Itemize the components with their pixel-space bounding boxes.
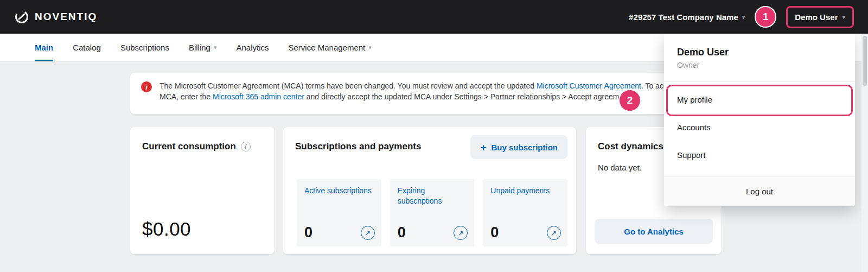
unpaid-payments-tile[interactable]: Unpaid payments 0 ↗	[483, 179, 567, 246]
scrollbar	[861, 34, 868, 272]
logo-text: NOVENTIQ	[35, 11, 97, 23]
menu-item-accounts[interactable]: Accounts	[664, 113, 855, 141]
dropdown-divider	[664, 81, 855, 82]
cost-dynamics-title: Cost dynamics	[598, 141, 663, 152]
app-frame: NOVENTIQ #29257 Test Company Name ▾ 1 De…	[0, 0, 868, 272]
buy-subscription-button[interactable]: + Buy subscription	[470, 135, 567, 159]
mca-agreement-link[interactable]: Microsoft Customer Agreement	[537, 81, 641, 90]
tile-label: Expiring subscriptions	[398, 186, 467, 206]
cost-empty-text: No data yet.	[598, 163, 642, 172]
nav-item-main[interactable]: Main	[35, 34, 53, 61]
plus-icon: +	[480, 142, 486, 153]
current-consumption-card: Current consumption i $0.00	[130, 127, 275, 254]
user-dropdown-menu: Demo User Owner My profile Accounts Supp…	[664, 34, 855, 206]
info-icon[interactable]: i	[241, 142, 251, 151]
tile-label: Active subscriptions	[304, 186, 374, 196]
chevron-down-icon: ▾	[214, 45, 217, 50]
noventiq-logo-icon	[14, 9, 29, 24]
open-arrow-icon[interactable]: ↗	[454, 226, 468, 240]
active-subscriptions-tile[interactable]: Active subscriptions 0 ↗	[297, 179, 381, 246]
noventiq-logo: NOVENTIQ	[14, 9, 97, 24]
user-menu-button[interactable]: Demo User ▾	[786, 6, 854, 28]
dropdown-user-name: Demo User	[677, 47, 729, 58]
tile-label: Unpaid payments	[490, 186, 560, 196]
tile-value: 0	[490, 224, 499, 241]
dropdown-footer: Log out	[664, 176, 855, 206]
expiring-subscriptions-tile[interactable]: Expiring subscriptions 0 ↗	[390, 179, 475, 246]
company-selector-label: #29257 Test Company Name	[629, 12, 738, 22]
nav-item-catalog[interactable]: Catalog	[73, 34, 101, 61]
nav-item-service-management[interactable]: Service Management▾	[289, 34, 372, 61]
subscriptions-payments-card: Subscriptions and payments + Buy subscri…	[283, 127, 576, 254]
scrollbar-thumb[interactable]	[863, 36, 867, 86]
user-menu-label: Demo User	[795, 12, 838, 22]
nav-item-subscriptions[interactable]: Subscriptions	[120, 34, 169, 61]
tile-value: 0	[398, 224, 406, 241]
m365-admin-center-link[interactable]: Microsoft 365 admin center	[213, 92, 304, 101]
open-arrow-icon[interactable]: ↗	[361, 226, 375, 240]
nav-item-analytics[interactable]: Analytics	[236, 34, 269, 61]
chevron-down-icon: ▾	[842, 14, 845, 20]
chevron-down-icon: ▾	[742, 14, 745, 20]
menu-item-support[interactable]: Support	[664, 141, 855, 169]
logout-button[interactable]: Log out	[664, 176, 855, 206]
header-right: #29257 Test Company Name ▾ 1 Demo User ▾	[629, 6, 854, 28]
subscriptions-card-title: Subscriptions and payments	[295, 141, 421, 152]
company-selector[interactable]: #29257 Test Company Name ▾	[629, 12, 745, 22]
go-to-analytics-button[interactable]: Go to Analytics	[595, 219, 713, 244]
chevron-down-icon: ▾	[368, 45, 372, 50]
consumption-value: $0.00	[142, 218, 191, 240]
subscription-tiles: Active subscriptions 0 ↗ Expiring subscr…	[297, 179, 567, 246]
tile-value: 0	[304, 224, 312, 241]
dropdown-user-role: Owner	[677, 61, 699, 69]
menu-item-my-profile[interactable]: My profile	[664, 86, 855, 113]
annotation-step-2-badge: 2	[618, 89, 641, 112]
annotation-step-1-badge: 1	[755, 6, 776, 28]
nav-item-billing[interactable]: Billing▾	[189, 34, 217, 61]
alert-info-icon: i	[141, 81, 152, 92]
current-consumption-title: Current consumption i	[142, 141, 251, 152]
top-header: NOVENTIQ #29257 Test Company Name ▾ 1 De…	[0, 0, 868, 34]
open-arrow-icon[interactable]: ↗	[547, 226, 561, 240]
dropdown-menu-items: My profile Accounts Support	[664, 86, 855, 169]
